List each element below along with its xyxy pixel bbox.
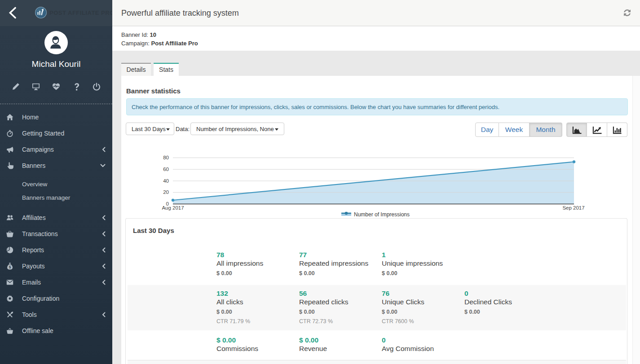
svg-text:20: 20	[163, 189, 169, 195]
svg-text:60: 60	[163, 167, 169, 172]
svg-text:$: $	[9, 265, 11, 269]
svg-text:Sep 2017: Sep 2017	[562, 205, 584, 211]
svg-text:Aug 2017: Aug 2017	[162, 205, 184, 211]
svg-text:40: 40	[163, 178, 169, 184]
svg-text:80: 80	[163, 155, 169, 160]
